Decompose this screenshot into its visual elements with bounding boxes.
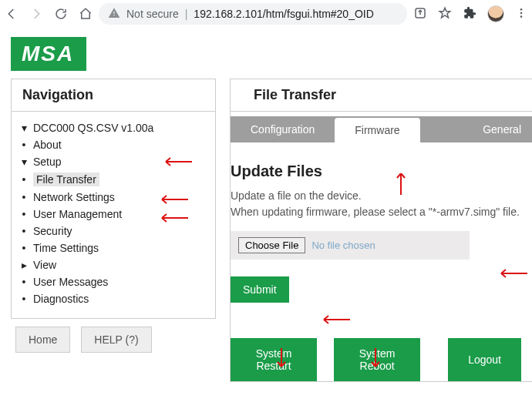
home-icon[interactable]	[79, 7, 93, 21]
nav-setup[interactable]: ▾Setup	[19, 156, 210, 168]
content-title: File Transfer	[231, 79, 532, 112]
share-icon[interactable]	[413, 6, 427, 22]
back-icon[interactable]	[5, 7, 19, 21]
nav-time-settings[interactable]: •Time Settings	[19, 242, 210, 254]
bullet-icon: •	[19, 242, 29, 254]
system-restart-button[interactable]: System Restart	[231, 338, 317, 381]
not-secure-label: Not secure	[126, 8, 179, 20]
bullet-icon: •	[19, 191, 29, 203]
tab-general[interactable]: General	[460, 116, 532, 142]
reload-icon[interactable]	[54, 7, 68, 21]
nav-view[interactable]: ▸View	[19, 259, 210, 271]
svg-point-3	[520, 15, 523, 18]
navigation-panel: Navigation ▾DCC000 QS.CSV v1.00a •About …	[11, 79, 216, 319]
bullet-icon: •	[19, 173, 29, 186]
svg-point-1	[520, 8, 523, 11]
warning-icon	[108, 7, 120, 22]
logout-button[interactable]: Logout	[448, 338, 521, 381]
avatar[interactable]	[487, 5, 504, 22]
separator: |	[185, 8, 188, 20]
menu-icon[interactable]	[515, 7, 527, 22]
content-panel: File Transfer Configuration Firmware Gen…	[230, 79, 532, 382]
nav-root[interactable]: ▾DCC000 QS.CSV v1.00a	[19, 122, 210, 134]
choose-file-button[interactable]: Choose File	[238, 237, 305, 253]
system-reboot-button[interactable]: System Reboot	[334, 338, 420, 381]
bullet-icon: •	[19, 225, 29, 237]
star-icon[interactable]	[438, 6, 452, 22]
address-bar[interactable]: Not secure | 192.168.2.101/htm/fsgui.htm…	[99, 3, 407, 25]
home-button[interactable]: Home	[15, 327, 70, 353]
nav-network-settings[interactable]: •Network Settings	[19, 191, 210, 203]
nav-security[interactable]: •Security	[19, 225, 210, 237]
extensions-icon[interactable]	[463, 6, 476, 22]
nav-file-transfer[interactable]: •File Transfer	[19, 173, 210, 186]
nav-user-messages[interactable]: •User Messages	[19, 276, 210, 288]
update-line1: Update a file on the device.	[231, 188, 521, 204]
help-button[interactable]: HELP (?)	[81, 327, 151, 353]
update-files-heading: Update Files	[231, 162, 521, 180]
chevron-down-icon: ▾	[19, 122, 29, 134]
nav-diagnostics[interactable]: •Diagnostics	[19, 293, 210, 305]
forward-icon[interactable]	[29, 7, 43, 21]
tab-configuration[interactable]: Configuration	[231, 116, 335, 142]
update-line2: When updating firmware, please select a …	[231, 204, 521, 220]
submit-button[interactable]: Submit	[231, 276, 289, 303]
nav-user-management[interactable]: •User Management	[19, 208, 210, 220]
tabs: Configuration Firmware General	[231, 116, 532, 142]
svg-point-2	[520, 12, 523, 14]
bullet-icon: •	[19, 208, 29, 220]
file-input[interactable]: Choose File No file chosen	[231, 231, 470, 260]
nav-about[interactable]: •About	[19, 139, 210, 151]
browser-chrome: Not secure | 192.168.2.101/htm/fsgui.htm…	[0, 0, 532, 28]
bullet-icon: •	[19, 276, 29, 288]
url-text: 192.168.2.101/htm/fsgui.htm#20_OID	[194, 8, 373, 20]
chevron-right-icon: ▸	[19, 259, 29, 271]
no-file-chosen-label: No file chosen	[311, 240, 375, 251]
tab-firmware[interactable]: Firmware	[335, 118, 419, 142]
chevron-down-icon: ▾	[19, 156, 29, 168]
navigation-title: Navigation	[12, 79, 215, 112]
msa-logo: MSA	[11, 37, 86, 71]
bullet-icon: •	[19, 139, 29, 151]
bullet-icon: •	[19, 293, 29, 305]
